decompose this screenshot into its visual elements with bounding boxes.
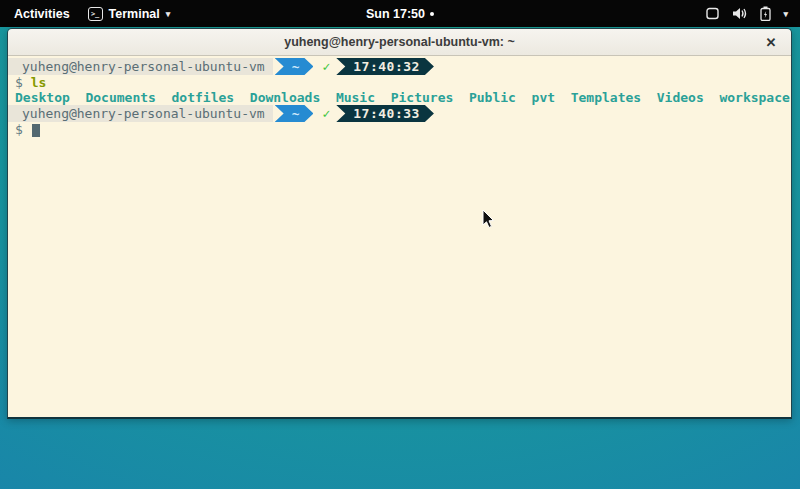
check-icon: ✓ [322, 106, 330, 121]
prompt-user-host: yuheng@henry-personal-ubuntu-vm [8, 105, 273, 122]
prompt-user-host: yuheng@henry-personal-ubuntu-vm [8, 58, 273, 75]
activities-button[interactable]: Activities [10, 5, 74, 23]
prompt-symbol: $ [15, 122, 23, 137]
prompt-timestamp: 17:40:33 [336, 105, 434, 122]
input-line: $ [8, 122, 791, 137]
notification-dot [430, 12, 434, 16]
top-bar: Activities >_ Terminal ▾ Sun 17:50 [0, 0, 800, 27]
clock[interactable]: Sun 17:50 [366, 7, 425, 21]
battery-charging-icon [760, 6, 771, 21]
system-status-area[interactable]: ▾ [705, 6, 800, 21]
prompt-line: yuheng@henry-personal-ubuntu-vm ~ ✓ 17:4… [8, 58, 791, 75]
chevron-down-icon: ▾ [166, 9, 171, 19]
volume-icon [732, 7, 748, 20]
text-cursor [32, 124, 40, 137]
terminal-content[interactable]: yuheng@henry-personal-ubuntu-vm ~ ✓ 17:4… [8, 56, 791, 417]
chevron-down-icon: ▾ [783, 9, 788, 19]
command-text: ls [31, 75, 47, 90]
window-titlebar[interactable]: yuheng@henry-personal-ubuntu-vm: ~ ✕ [8, 29, 791, 56]
command-line: $ ls [8, 75, 791, 90]
app-menu-terminal[interactable]: >_ Terminal ▾ [88, 7, 171, 21]
network-icon [705, 7, 720, 20]
ls-output: Desktop Documents dotfiles Downloads Mus… [8, 90, 791, 105]
check-icon: ✓ [322, 59, 330, 74]
prompt-symbol: $ [15, 75, 23, 90]
prompt-path-segment: ~ [275, 58, 314, 75]
prompt-timestamp: 17:40:32 [336, 58, 434, 75]
prompt-path-segment: ~ [275, 105, 314, 122]
prompt-line: yuheng@henry-personal-ubuntu-vm ~ ✓ 17:4… [8, 105, 791, 122]
terminal-icon: >_ [88, 7, 103, 21]
close-button[interactable]: ✕ [760, 29, 782, 56]
terminal-window: yuheng@henry-personal-ubuntu-vm: ~ ✕ yuh… [7, 28, 792, 419]
app-menu-label: Terminal [109, 7, 160, 21]
window-title: yuheng@henry-personal-ubuntu-vm: ~ [284, 35, 515, 49]
